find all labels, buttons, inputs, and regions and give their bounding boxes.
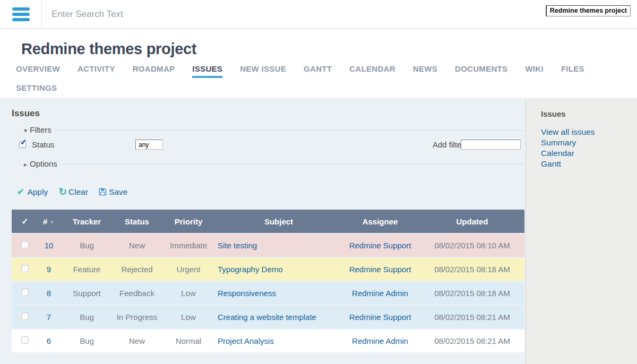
search-input[interactable] (42, 0, 546, 28)
column-header-label: Updated (457, 217, 488, 226)
sidebar-links: View all issuesSummaryCalendarGantt (541, 127, 629, 169)
options-legend[interactable]: ▸Options (21, 159, 61, 168)
checkmark-icon: ✓ (20, 137, 27, 147)
row-select-checkbox[interactable] (21, 336, 29, 344)
apply-button[interactable]: ✔ Apply (17, 187, 48, 197)
issue-tracker: Bug (59, 306, 114, 328)
menu-button[interactable] (0, 0, 42, 28)
issue-assignee-link[interactable]: Redmine Support (349, 313, 411, 322)
column-header-tracker[interactable]: Tracker (59, 210, 114, 233)
tab-roadmap[interactable]: ROADMAP (133, 64, 175, 78)
row-select-checkbox[interactable] (21, 241, 29, 248)
sidebar-link-gantt[interactable]: Gantt (541, 159, 629, 169)
row-select-checkbox[interactable] (21, 289, 29, 296)
issue-assignee-link[interactable]: Redmine Support (349, 241, 411, 250)
issue-id-link[interactable]: 10 (45, 241, 54, 250)
tab-issues[interactable]: ISSUES (192, 64, 222, 78)
issue-subject-link[interactable]: Typography Demo (218, 265, 283, 274)
issue-id-link[interactable]: 8 (47, 289, 51, 298)
sort-desc-icon: ▼ (49, 219, 55, 225)
sidebar-link-summary[interactable]: Summary (541, 137, 629, 148)
issue-tracker: Bug (59, 234, 114, 257)
issue-id-link[interactable]: 7 (47, 313, 51, 322)
row-select-checkbox[interactable] (21, 313, 29, 320)
issue-row: 9FeatureRejectedUrgentTypography DemoRed… (12, 258, 524, 281)
page-title: Redmine themes project (16, 29, 621, 58)
select-all-check-icon: ✓ (21, 217, 28, 226)
column-header-[interactable]: #▼ (38, 210, 59, 233)
tab-news[interactable]: NEWS (413, 64, 437, 78)
row-select-cell (12, 306, 38, 328)
column-header-updated[interactable]: Updated (420, 210, 524, 233)
sidebar-link-calendar[interactable]: Calendar (541, 148, 629, 159)
column-header-label: Assignee (363, 217, 398, 226)
clear-label: Clear (68, 187, 88, 197)
row-select-checkbox[interactable] (21, 265, 29, 272)
issue-id-link[interactable]: 6 (47, 336, 51, 345)
save-icon (99, 188, 107, 196)
project-jump-select[interactable]: Redmine themes project (546, 5, 631, 16)
tab-activity[interactable]: ACTIVITY (78, 64, 115, 78)
clear-button[interactable]: ↻ Clear (58, 187, 88, 197)
issue-subject-link[interactable]: Responsiveness (218, 289, 276, 298)
issue-priority: Low (160, 306, 217, 328)
issue-status: New (114, 234, 160, 257)
filters-legend-label: Filters (30, 125, 51, 134)
status-operator-select[interactable]: any (135, 140, 163, 150)
filters-legend[interactable]: ▾Filters (21, 125, 55, 134)
column-header-subject[interactable]: Subject (217, 210, 340, 233)
column-header-label: Status (125, 217, 149, 226)
issue-updated: 08/02/2015 08:21 AM (420, 306, 524, 328)
status-filter-checkbox[interactable]: ✓ (19, 141, 26, 148)
column-header-status[interactable]: Status (114, 210, 160, 233)
tab-wiki[interactable]: WIKI (525, 64, 544, 78)
content: Issues ▾Filters ✓ Status any Add filter … (0, 98, 637, 364)
apply-check-icon: ✔ (17, 187, 24, 197)
select-all-column-header[interactable]: ✓ (12, 210, 38, 233)
tab-documents[interactable]: DOCUMENTS (455, 64, 507, 78)
issue-assignee-link[interactable]: Redmine Support (349, 265, 411, 274)
issue-updated: 08/02/2015 08:10 AM (420, 234, 524, 257)
issue-id-link[interactable]: 9 (47, 265, 51, 274)
column-header-label: # (43, 217, 47, 226)
column-header-label: Priority (175, 217, 203, 226)
column-header-label: Subject (264, 217, 293, 226)
issue-row: 8SupportFeedbackLowResponsivenessRedmine… (12, 282, 524, 305)
issue-priority: Urgent (160, 258, 217, 281)
issue-updated: 08/02/2015 08:18 AM (420, 282, 524, 305)
row-select-cell (12, 258, 38, 281)
tab-settings[interactable]: SETTINGS (16, 83, 57, 95)
tab-overview[interactable]: OVERVIEW (16, 64, 60, 78)
save-button[interactable]: Save (99, 187, 127, 197)
issue-row: 6BugNewNormalProject AnalysisRedmine Adm… (12, 330, 524, 352)
tab-gantt[interactable]: GANTT (304, 64, 332, 78)
issue-priority: Normal (160, 330, 217, 352)
add-filter-select[interactable] (461, 140, 521, 150)
issue-subject-link[interactable]: Site testing (218, 241, 257, 250)
hamburger-icon (12, 5, 30, 23)
row-select-cell (12, 234, 38, 257)
issue-assignee-link[interactable]: Redmine Admin (352, 289, 408, 298)
issue-tracker: Bug (59, 330, 114, 352)
column-header-priority[interactable]: Priority (160, 210, 217, 233)
tab-calendar[interactable]: CALENDAR (349, 64, 395, 78)
main-panel: Issues ▾Filters ✓ Status any Add filter … (0, 99, 526, 364)
issue-row: 10BugNewImmediateSite testingRedmine Sup… (12, 234, 524, 257)
issue-tracker: Feature (59, 258, 114, 281)
issue-subject-link[interactable]: Creating a website template (218, 313, 316, 322)
add-filter-label: Add filter (433, 140, 464, 149)
sidebar-link-view-all-issues[interactable]: View all issues (541, 127, 629, 137)
issue-updated: 08/02/2015 08:18 AM (420, 258, 524, 281)
row-select-cell (12, 330, 38, 352)
status-filter-row: ✓ Status any Add filter (19, 140, 524, 152)
sidebar-heading: Issues (541, 109, 629, 118)
column-header-assignee[interactable]: Assignee (340, 210, 420, 233)
issue-assignee-link[interactable]: Redmine Admin (352, 336, 408, 345)
tab-new-issue[interactable]: NEW ISSUE (240, 64, 286, 78)
issue-priority: Immediate (160, 234, 217, 257)
project-nav: OVERVIEWACTIVITYROADMAPISSUESNEW ISSUEGA… (16, 64, 605, 95)
save-label: Save (109, 187, 127, 197)
tab-files[interactable]: FILES (561, 64, 584, 78)
issue-subject-link[interactable]: Project Analysis (218, 336, 274, 345)
filters-section: ▾Filters ✓ Status any Add filter (19, 130, 524, 164)
